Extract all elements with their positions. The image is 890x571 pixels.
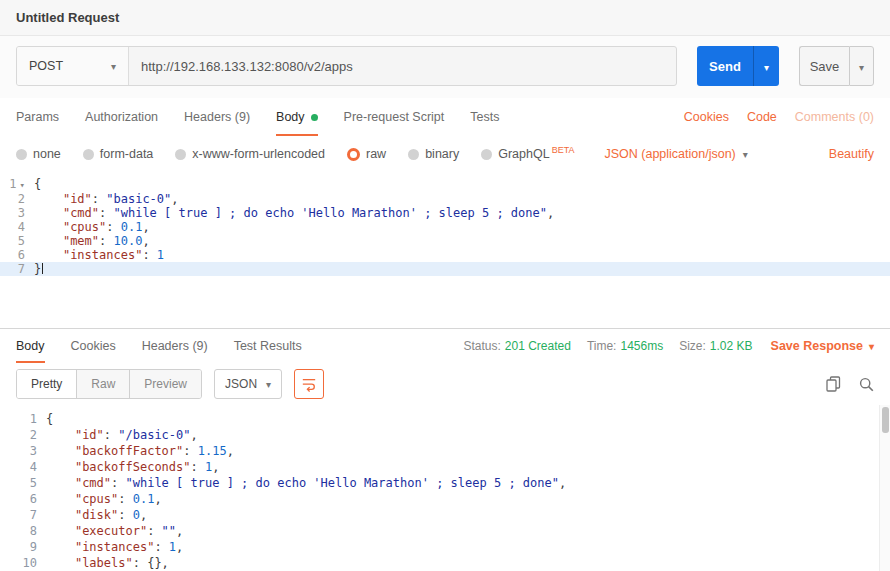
code-token: "cpus" bbox=[63, 220, 106, 234]
cookies-link[interactable]: Cookies bbox=[684, 110, 729, 124]
code-token: : bbox=[99, 206, 113, 220]
response-toolbar-right bbox=[826, 376, 874, 392]
response-tab-cookies[interactable]: Cookies bbox=[71, 329, 116, 363]
wrap-lines-button[interactable] bbox=[294, 369, 324, 399]
code-token: : bbox=[118, 492, 132, 506]
meta-label: Status: bbox=[463, 339, 500, 353]
size-indicator: Size:1.02 KB bbox=[679, 339, 752, 353]
code-text: "backoffSeconds": 1, bbox=[46, 459, 219, 475]
code-token: : bbox=[183, 444, 197, 458]
line-number: 1 bbox=[0, 411, 46, 427]
code-line: 4 "cpus": 0.1, bbox=[0, 220, 890, 234]
search-icon[interactable] bbox=[859, 377, 874, 392]
code-line: 4 "backoffSeconds": 1, bbox=[0, 459, 890, 475]
code-token: : bbox=[106, 220, 120, 234]
code-text: { bbox=[46, 411, 53, 427]
code-token bbox=[46, 476, 75, 490]
save-dropdown-button[interactable]: ▾ bbox=[849, 46, 874, 86]
save-response-button[interactable]: Save Response ▾ bbox=[771, 339, 874, 353]
code-text: "cpus": 0.1, bbox=[34, 220, 150, 234]
request-body-editor[interactable]: 1▾{2 "id": "basic-0",3 "cmd": "while [ t… bbox=[0, 172, 890, 328]
code-token: , bbox=[140, 508, 147, 522]
body-type-bar: noneform-datax-www-form-urlencodedrawbin… bbox=[0, 136, 890, 172]
format-select[interactable]: JSON ▾ bbox=[214, 369, 282, 399]
tab-authorization[interactable]: Authorization bbox=[85, 98, 158, 136]
meta-label: Time: bbox=[587, 339, 617, 353]
line-number: 3 bbox=[0, 443, 46, 459]
view-preview[interactable]: Preview bbox=[130, 370, 201, 398]
send-split-button: Send ▾ bbox=[697, 46, 779, 86]
tab-params[interactable]: Params bbox=[16, 98, 59, 136]
view-pretty[interactable]: Pretty bbox=[17, 370, 77, 398]
bodytype-form-data[interactable]: form-data bbox=[83, 147, 154, 161]
code-text: "executor": "", bbox=[46, 523, 183, 539]
send-button[interactable]: Send bbox=[697, 46, 753, 86]
chevron-down-icon: ▾ bbox=[266, 379, 271, 390]
fold-caret-icon[interactable]: ▾ bbox=[20, 180, 25, 190]
line-number: 2 bbox=[0, 192, 34, 206]
chevron-down-icon: ▾ bbox=[859, 62, 864, 73]
bodytype-binary[interactable]: binary bbox=[408, 147, 459, 161]
response-scrollbar[interactable] bbox=[879, 405, 890, 571]
tab-tests[interactable]: Tests bbox=[470, 98, 499, 136]
bodytype-raw[interactable]: raw bbox=[347, 147, 386, 161]
code-token: , bbox=[142, 220, 149, 234]
text-cursor bbox=[42, 263, 43, 274]
bodytype-x-www-form-urlencoded[interactable]: x-www-form-urlencoded bbox=[175, 147, 325, 161]
code-token: , bbox=[176, 540, 183, 554]
response-tab-body[interactable]: Body bbox=[16, 329, 45, 363]
code-token: : bbox=[142, 248, 156, 262]
tab-label: Body bbox=[276, 110, 305, 124]
method-select[interactable]: POST ▾ bbox=[17, 47, 129, 85]
code-text: "cmd": "while [ true ] ; do echo 'Hello … bbox=[34, 206, 554, 220]
line-number: 6 bbox=[0, 491, 46, 507]
tab-pre-request-script[interactable]: Pre-request Script bbox=[344, 98, 445, 136]
bodytype-none[interactable]: none bbox=[16, 147, 61, 161]
line-number: 5 bbox=[0, 234, 34, 248]
code-token bbox=[34, 234, 63, 248]
status-indicator: Status:201 Created bbox=[463, 339, 570, 353]
view-raw[interactable]: Raw bbox=[77, 370, 130, 398]
content-type-label: JSON (application/json) bbox=[604, 147, 735, 161]
code-token: : bbox=[191, 460, 205, 474]
code-token: "while [ true ] ; do echo 'Hello Maratho… bbox=[125, 476, 558, 490]
code-token: 1 bbox=[169, 540, 176, 554]
code-token: : bbox=[147, 524, 161, 538]
bodytype-label: GraphQL bbox=[498, 147, 549, 161]
scrollbar-thumb[interactable] bbox=[882, 407, 889, 433]
code-line: 9 "instances": 1, bbox=[0, 539, 890, 555]
code-link[interactable]: Code bbox=[747, 110, 777, 124]
beta-badge: BETA bbox=[552, 145, 575, 155]
copy-icon[interactable] bbox=[826, 376, 841, 392]
comments-0-link[interactable]: Comments (0) bbox=[795, 110, 874, 124]
tab-label: Cookies bbox=[71, 339, 116, 353]
line-number: 9 bbox=[0, 539, 46, 555]
bodytype-graphql[interactable]: GraphQLBETA bbox=[481, 147, 574, 161]
beautify-link[interactable]: Beautify bbox=[829, 147, 874, 161]
code-token: , bbox=[191, 428, 198, 442]
line-number: 8 bbox=[0, 523, 46, 539]
tab-body[interactable]: Body bbox=[276, 98, 318, 136]
code-token: : bbox=[104, 428, 118, 442]
radio-icon bbox=[16, 149, 27, 160]
code-token: } bbox=[34, 262, 41, 276]
code-line: 6 "instances": 1 bbox=[0, 248, 890, 262]
code-line: 1▾{ bbox=[0, 177, 890, 192]
code-token: "cmd" bbox=[75, 476, 111, 490]
save-button[interactable]: Save bbox=[799, 46, 849, 86]
content-type-select[interactable]: JSON (application/json) ▾ bbox=[604, 147, 747, 161]
code-line: 10 "labels": {}, bbox=[0, 555, 890, 571]
response-tab-headers-9[interactable]: Headers (9) bbox=[142, 329, 208, 363]
code-token bbox=[34, 206, 63, 220]
response-tab-test-results[interactable]: Test Results bbox=[234, 329, 302, 363]
code-text: } bbox=[34, 262, 43, 276]
request-bar: POST ▾ Send ▾ Save ▾ bbox=[0, 36, 890, 98]
url-input[interactable] bbox=[129, 47, 676, 85]
line-number: 5 bbox=[0, 475, 46, 491]
tab-label: Pre-request Script bbox=[344, 110, 445, 124]
view-mode-segmented-control: PrettyRawPreview bbox=[16, 369, 202, 399]
tab-headers-9[interactable]: Headers (9) bbox=[184, 98, 250, 136]
line-number: 4 bbox=[0, 459, 46, 475]
response-section: BodyCookiesHeaders (9)Test Results Statu… bbox=[0, 328, 890, 571]
send-dropdown-button[interactable]: ▾ bbox=[753, 46, 779, 86]
